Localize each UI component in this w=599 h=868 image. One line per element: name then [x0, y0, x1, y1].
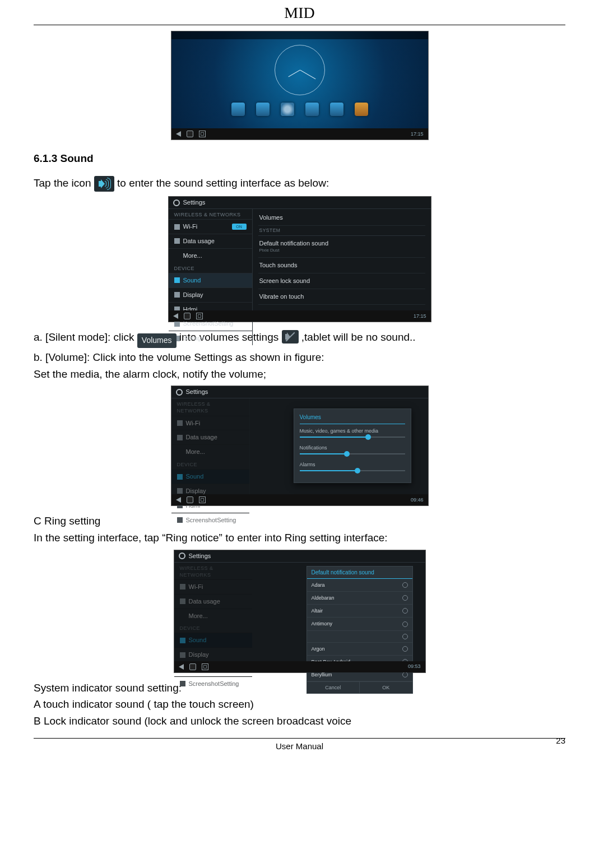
label-sound: Sound	[183, 276, 201, 285]
home-icon	[187, 131, 193, 137]
back-icon	[179, 664, 184, 670]
dock-app-1	[231, 103, 245, 116]
cat-wireless-dim: WIRELESS & NETWORKS	[171, 398, 249, 415]
para-tap-icon: Tap the icon to enter the sound setting …	[34, 176, 565, 192]
navbar: 17:15	[171, 128, 428, 140]
recents-icon	[199, 496, 206, 503]
text-tap-before: Tap the icon	[34, 177, 91, 189]
row-default-notif: Default notification sound Pixie Dust	[258, 236, 425, 258]
recents-icon	[202, 663, 208, 670]
navbar: 09:46	[171, 494, 428, 505]
row-touch-sounds: Touch sounds	[258, 258, 425, 273]
statusbar-time: 17:15	[414, 313, 426, 319]
home-icon	[187, 496, 193, 503]
home-icon	[184, 313, 191, 319]
slider-media-label: Music, video, games & other media	[300, 428, 379, 434]
item-wifi: Wi-Fi ON	[169, 219, 252, 234]
para-ring-head: C Ring setting	[34, 514, 565, 528]
back-icon	[176, 497, 181, 503]
para-sysind-head: System indicator sound setting:	[34, 681, 565, 695]
slider-alarm-label: Alarms	[300, 462, 315, 467]
ringtone-dialog-title: Default notification sound	[307, 567, 412, 579]
item-data-usage-dim2: Data usage	[174, 594, 252, 609]
item-display-dim2: Display	[174, 647, 252, 662]
radio-icon	[402, 621, 408, 627]
label-data-usage: Data usage	[183, 237, 215, 245]
doc-header-title: MID	[34, 0, 565, 25]
wifi-icon	[174, 224, 180, 230]
dock-app-2	[256, 103, 270, 116]
dock-app-5	[330, 103, 343, 116]
settings-left-panel-dim: WIRELESS & NETWORKS Wi-Fi Data usage Mor…	[174, 563, 253, 662]
recents-icon	[199, 131, 206, 137]
footer: User Manual 23	[34, 739, 565, 754]
page-number: 23	[556, 735, 565, 746]
item-sound-dim: Sound	[171, 469, 249, 484]
sub-default-notif: Pixie Dust	[259, 248, 424, 254]
ringtone-dialog: Default notification sound Adara Aldebar…	[307, 566, 413, 694]
label-default-notif: Default notification sound	[259, 240, 329, 247]
settings-title: Settings	[189, 552, 211, 560]
figure-sound-settings: Settings WIRELESS & NETWORKS Wi-Fi ON Da…	[34, 196, 565, 322]
home-icon	[189, 663, 196, 670]
ringtone-item: Adara	[307, 579, 412, 592]
navbar: 09:53	[174, 661, 425, 672]
data-usage-icon	[174, 238, 180, 244]
statusbar-top	[171, 31, 428, 39]
homescreen-shot: 17:15	[171, 31, 429, 140]
item-sound-dim2: Sound	[174, 633, 252, 647]
sound-settings-shot: Settings WIRELESS & NETWORKS Wi-Fi ON Da…	[168, 196, 431, 322]
text-tap-after: to enter the sound setting interface as …	[117, 177, 329, 189]
settings-title: Settings	[183, 198, 206, 207]
screenshot-icon	[174, 321, 180, 327]
analog-clock-widget	[275, 45, 325, 95]
cat-wireless-dim2: WIRELESS & NETWORKS	[174, 563, 252, 579]
row-vibrate-on-touch: Vibrate on touch	[258, 289, 425, 305]
volumes-button-chip: Volumes	[137, 333, 177, 348]
item-more: More...	[169, 248, 252, 263]
item-storage: Storage	[169, 331, 252, 345]
cat-device-dim2: DEVICE	[174, 623, 252, 633]
slider-alarm-row: Alarms	[300, 461, 405, 471]
settings-left-panel: WIRELESS & NETWORKS Wi-Fi ON Data usage …	[169, 209, 253, 345]
sound-icon	[174, 277, 180, 283]
item-wifi-dim: Wi-Fi	[171, 416, 249, 430]
dock	[171, 103, 428, 116]
recents-icon	[196, 313, 203, 319]
para-volume-2: Set the media, the alarm clock, notify t…	[34, 367, 565, 382]
row-volumes: Volumes	[258, 210, 425, 226]
item-data-usage-dim: Data usage	[171, 430, 249, 444]
figure-homescreen: 17:15	[34, 31, 565, 144]
slider-media	[300, 437, 405, 438]
radio-icon	[402, 646, 408, 652]
settings-left-panel-dim: WIRELESS & NETWORKS Wi-Fi Data usage Mor…	[171, 398, 250, 495]
item-wifi-dim2: Wi-Fi	[174, 579, 252, 594]
para-ring-body: In the setting interface, tap “Ring noti…	[34, 531, 565, 545]
sound-settings-icon	[94, 176, 114, 192]
ringtone-item: Altair	[307, 605, 412, 618]
ringtone-label: Argon	[312, 646, 325, 652]
ringtone-dialog-actions: Cancel OK	[307, 681, 412, 693]
ringtone-label: Altair	[312, 607, 323, 614]
ringtone-item	[307, 631, 412, 643]
ring-shot: Settings WIRELESS & NETWORKS Wi-Fi Data …	[174, 550, 426, 673]
gear-icon	[176, 389, 183, 396]
row-cat-system: SYSTEM	[258, 226, 425, 236]
back-icon	[173, 313, 178, 319]
item-display: Display	[169, 287, 252, 302]
footer-label: User Manual	[276, 741, 323, 752]
slider-notif-row: Notifications	[300, 444, 405, 454]
settings-titlebar: Settings	[171, 386, 428, 398]
ok-button: OK	[360, 682, 412, 693]
cat-wireless: WIRELESS & NETWORKS	[169, 209, 252, 219]
dock-app-gallery	[355, 103, 368, 116]
cat-device-dim: DEVICE	[171, 459, 249, 469]
back-icon	[176, 131, 181, 137]
ringtone-item: Aldebaran	[307, 592, 412, 605]
settings-titlebar: Settings	[174, 550, 425, 563]
settings-right-panel: Volumes SYSTEM Default notification soun…	[253, 209, 431, 345]
text-silent-before: a. [Silent mode]: click	[34, 331, 134, 343]
display-icon	[174, 292, 180, 298]
radio-icon	[402, 634, 408, 639]
volumes-dialog-title: Volumes	[300, 414, 405, 424]
